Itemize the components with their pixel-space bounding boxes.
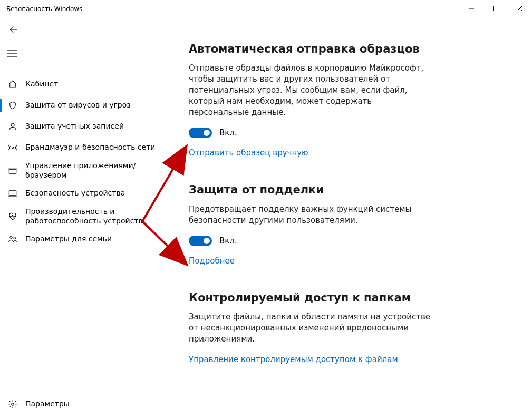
- sidebar-item-settings[interactable]: Параметры: [0, 394, 173, 415]
- titlebar: Безопасность Windows: [0, 0, 532, 17]
- app-icon: [7, 165, 18, 176]
- section-desc: Отправьте образцы файлов в корпорацию Ма…: [189, 63, 431, 118]
- svg-point-9: [12, 147, 14, 149]
- svg-point-8: [11, 123, 14, 126]
- sidebar-item-label: Брандмауэр и безопасность сети: [25, 143, 166, 152]
- toggle-label: Вкл.: [219, 128, 237, 138]
- svg-rect-1: [494, 6, 498, 11]
- back-row: [0, 17, 532, 42]
- link-send-sample[interactable]: Отправить образец вручную: [189, 148, 308, 158]
- section-title: Автоматическая отправка образцов: [189, 42, 431, 56]
- toggle-row: Вкл.: [189, 236, 431, 246]
- toggle-auto-sample[interactable]: [189, 128, 212, 138]
- window-title: Безопасность Windows: [6, 4, 82, 13]
- toggle-row: Вкл.: [189, 128, 431, 138]
- section-title: Контролируемый доступ к папкам: [189, 291, 431, 305]
- section-auto-sample: Автоматическая отправка образцов Отправь…: [189, 42, 431, 158]
- svg-rect-12: [9, 191, 16, 196]
- toggle-label: Вкл.: [219, 236, 237, 246]
- sidebar-item-label: Управление приложениями/браузером: [25, 161, 173, 180]
- sidebar-item-label: Безопасность устройства: [25, 189, 136, 198]
- sidebar-item-family[interactable]: Параметры для семьи: [0, 229, 173, 250]
- shield-icon: [7, 100, 18, 111]
- sidebar-item-firewall[interactable]: Брандмауэр и безопасность сети: [0, 137, 173, 158]
- sidebar-item-label: Производительность и работоспособность у…: [25, 207, 173, 226]
- sidebar-footer: Параметры: [0, 394, 173, 415]
- device-icon: [7, 188, 18, 199]
- sidebar-item-devicesec[interactable]: Безопасность устройства: [0, 183, 173, 204]
- family-icon: [7, 234, 18, 245]
- sidebar-item-label: Защита от вирусов и угроз: [25, 101, 141, 110]
- main-content: Автоматическая отправка образцов Отправь…: [173, 42, 532, 419]
- svg-point-14: [10, 236, 13, 239]
- network-icon: [7, 142, 18, 153]
- svg-point-16: [12, 403, 14, 406]
- sidebar-item-appbrowser[interactable]: Управление приложениями/браузером: [0, 158, 173, 183]
- close-button[interactable]: [508, 0, 532, 17]
- sidebar-item-label: Параметры: [25, 399, 80, 409]
- heart-icon: [7, 211, 18, 222]
- toggle-tamper[interactable]: [189, 236, 212, 246]
- maximize-button[interactable]: [483, 0, 508, 17]
- minimize-button[interactable]: [459, 0, 483, 17]
- gear-icon: [7, 399, 18, 410]
- sidebar-item-performance[interactable]: Производительность и работоспособность у…: [0, 204, 173, 229]
- link-manage-folders[interactable]: Управление контролируемым доступом к фай…: [189, 355, 398, 364]
- svg-rect-10: [9, 168, 16, 173]
- window-controls: [459, 0, 532, 17]
- home-icon: [7, 79, 18, 90]
- sidebar-item-virus[interactable]: Защита от вирусов и угроз: [0, 95, 173, 116]
- hamburger-button[interactable]: [0, 43, 25, 64]
- sidebar-item-home[interactable]: Кабинет: [0, 74, 173, 95]
- sidebar-item-account[interactable]: Защита учетных записей: [0, 116, 173, 137]
- sidebar-item-label: Кабинет: [25, 80, 69, 89]
- sidebar-item-label: Параметры для семьи: [25, 235, 122, 244]
- link-learn-more[interactable]: Подробнее: [189, 256, 235, 266]
- section-desc: Защитите файлы, папки и области памяти н…: [189, 311, 431, 345]
- person-icon: [7, 121, 18, 132]
- nav: Кабинет Защита от вирусов и угроз Защита…: [0, 74, 173, 250]
- sidebar: Кабинет Защита от вирусов и угроз Защита…: [0, 42, 173, 419]
- section-desc: Предотвращает подделку важных функций си…: [189, 204, 431, 226]
- section-controlled-folders: Контролируемый доступ к папкам Защитите …: [189, 291, 431, 364]
- section-title: Защита от подделки: [189, 183, 431, 197]
- back-button[interactable]: [5, 21, 22, 38]
- sidebar-item-label: Защита учетных записей: [25, 122, 134, 131]
- section-tamper: Защита от подделки Предотвращает подделк…: [189, 183, 431, 265]
- svg-point-15: [14, 237, 16, 239]
